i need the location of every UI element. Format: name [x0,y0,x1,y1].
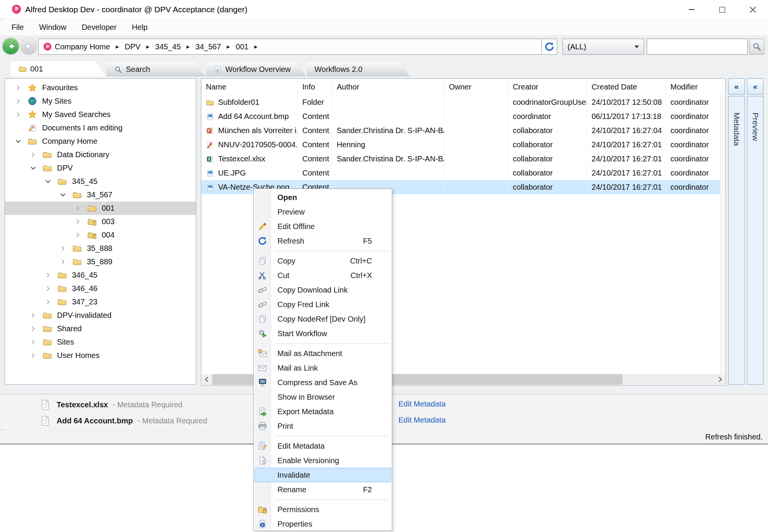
tree-item-company-home[interactable]: Company Home [5,135,196,148]
maximize-button[interactable] [707,0,737,19]
context-menu-item-open[interactable]: Open [254,190,391,205]
context-menu-item-copy-download-link[interactable]: Copy Download Link [254,283,391,297]
context-menu-item-cut[interactable]: CutCtrl+X [254,268,391,283]
search-input[interactable] [647,39,748,55]
context-menu-item-enable-versioning[interactable]: Enable Versioning [254,453,391,468]
context-menu-item-preview[interactable]: Preview [254,205,391,219]
expand-chevron-icon[interactable] [13,83,23,93]
tree-item-my-sites[interactable]: My Sites [5,94,196,108]
close-button[interactable] [737,0,768,19]
collapse-button[interactable]: « [728,78,745,94]
expand-chevron-icon[interactable] [28,351,38,360]
context-menu-item-compress-and-save-as[interactable]: Compress and Save As [254,375,391,390]
side-panel-tab[interactable]: Metadata [728,96,745,385]
scroll-right-button[interactable] [715,374,725,385]
tab-search[interactable]: Search [106,62,205,76]
context-menu-item-print[interactable]: Print [254,419,391,433]
expand-chevron-icon[interactable] [43,271,52,280]
vertical-scrollbar[interactable] [720,95,725,374]
menu-item-file[interactable]: File [11,23,24,32]
context-menu-item-edit-offline[interactable]: Edit Offline [254,219,391,234]
tab-workflow-overview[interactable]: Workflow Overview [206,62,306,76]
filter-dropdown[interactable]: (ALL) [563,39,644,55]
context-menu-item-properties[interactable]: iProperties [254,517,391,531]
minimize-button[interactable] [676,0,707,19]
context-menu-item-start-workflow[interactable]: Start Workflow [254,326,391,341]
context-menu-item-copy[interactable]: CopyCtrl+C [254,254,391,268]
edit-metadata-link[interactable]: Edit Metadata [398,400,445,408]
breadcrumb-item[interactable]: 345_45 [155,42,181,51]
context-menu-item-copy-fred-link[interactable]: Copy Fred Link [254,297,391,312]
scroll-left-button[interactable] [202,374,212,385]
tree-item-my-saved-searches[interactable]: My Saved Searches [5,108,196,121]
search-button[interactable] [749,39,764,55]
breadcrumb-item[interactable]: DPV [125,42,140,51]
expand-chevron-icon[interactable] [73,217,82,226]
expand-chevron-icon[interactable] [28,311,38,320]
tree-item-dpv-invalidated[interactable]: DPV-invalidated [5,309,196,322]
tree-item-shared[interactable]: Shared [5,322,196,335]
tree-item-347-23[interactable]: 347_23 [5,295,196,309]
tree-item-documents-i-am-editing[interactable]: Documents I am editing [5,121,196,135]
collapse-chevron-icon[interactable] [28,164,38,173]
breadcrumb-item[interactable]: 34_567 [196,42,221,51]
table-row[interactable]: Add 64 Account.bmpContentcoordinator06/1… [201,109,726,124]
tree-item-data-dictionary[interactable]: Data Dictionary [5,148,196,161]
expand-chevron-icon[interactable] [28,150,38,159]
collapse-chevron-icon[interactable] [58,190,67,200]
expand-chevron-icon[interactable] [73,231,82,240]
tab-001[interactable]: 001 [11,61,106,76]
tree-item-003[interactable]: 003 [5,215,196,228]
column-header-created-date[interactable]: Created Date [587,79,666,95]
breadcrumb-item[interactable]: Company Home [55,42,110,51]
edit-metadata-link[interactable]: Edit Metadata [398,416,445,425]
context-menu-item-mail-as-link[interactable]: Mail as Link [254,361,391,375]
context-menu-item-permissions[interactable]: Permissions [254,502,391,517]
tree-item-sites[interactable]: Sites [5,335,196,349]
table-row[interactable]: NNUV-20170505-0004...ContentHenningcolla… [201,138,726,152]
column-header-creator[interactable]: Creator [508,79,587,95]
column-header-name[interactable]: Name [201,79,298,95]
context-menu-item-export-metadata[interactable]: Export Metadata [254,404,391,419]
forward-button[interactable] [20,37,38,55]
expand-chevron-icon[interactable] [43,298,52,307]
tree-item-004[interactable]: 004 [5,228,196,242]
breadcrumb-item[interactable]: 001 [236,42,248,51]
tree-item-346-45[interactable]: 346_45 [5,268,196,282]
context-menu-item-show-in-browser[interactable]: Show in Browser [254,390,391,404]
table-row[interactable]: Subfolder01FoldercoodrinatorGroupUser24/… [201,95,726,109]
tree-item-001[interactable]: 001 [5,202,196,215]
expand-chevron-icon[interactable] [13,110,23,119]
column-header-owner[interactable]: Owner [444,79,508,95]
side-panel-tab[interactable]: Preview [747,96,763,385]
back-button[interactable] [2,37,20,55]
table-row[interactable]: XTestexcel.xlsxContentSander.Christina D… [201,152,726,166]
column-header-author[interactable]: Author [332,79,444,95]
expand-chevron-icon[interactable] [28,324,38,334]
menu-item-developer[interactable]: Developer [82,23,116,32]
collapse-chevron-icon[interactable] [13,137,23,146]
context-menu-item-copy-noderef-dev-only-[interactable]: Copy NodeRef [Dev Only] [254,312,391,326]
table-row[interactable]: PMünchen als Vorreiter i...ContentSander… [201,124,726,138]
context-menu-item-invalidate[interactable]: Invalidate [254,468,391,482]
table-row[interactable]: UE.JPGContentcollaborator24/10/2017 16:2… [201,166,726,180]
tree-item-345-45[interactable]: 345_45 [5,175,196,188]
context-menu-item-refresh[interactable]: RefreshF5 [254,234,391,248]
expand-chevron-icon[interactable] [58,257,67,267]
expand-chevron-icon[interactable] [58,244,67,253]
refresh-button[interactable] [541,39,557,55]
expand-chevron-icon[interactable] [13,97,23,106]
collapse-button[interactable]: « [747,78,763,94]
context-menu-item-rename[interactable]: RenameF2 [254,482,391,497]
expand-chevron-icon[interactable] [28,338,38,347]
tree-item-dpv[interactable]: DPV [5,161,196,175]
column-header-modifier[interactable]: Modifier [666,79,726,95]
tree-item-346-46[interactable]: 346_46 [5,282,196,295]
expand-chevron-icon[interactable] [73,204,82,213]
tree-item-35-889[interactable]: 35_889 [5,255,196,268]
tree-item-35-888[interactable]: 35_888 [5,242,196,255]
collapse-chevron-icon[interactable] [43,177,52,186]
tab-workflows-2-0[interactable]: Workflows 2.0 [307,62,409,76]
tree-item-34-567[interactable]: 34_567 [5,188,196,202]
tree-item-user-homes[interactable]: User Homes [5,349,196,362]
